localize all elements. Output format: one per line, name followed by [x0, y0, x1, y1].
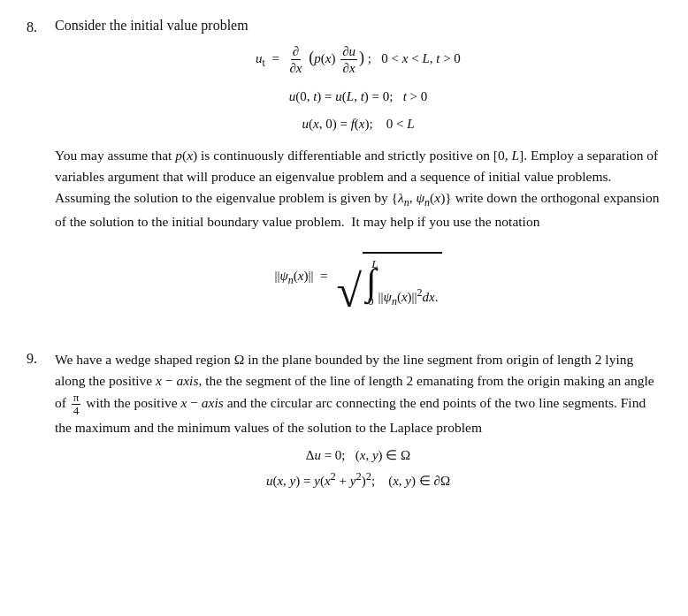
norm-left: ||ψn(x)|| = — [275, 269, 328, 287]
problem-8-ic: u(x, 0) = f(x); 0 < L — [55, 112, 661, 136]
problem-8-bc: u(0, t) = u(L, t) = 0; t > 0 — [55, 85, 661, 109]
norm-sqrt: √ L ∫ 0 ||ψn(x)||2dx. — [336, 248, 441, 308]
problem-9-number: 9. — [27, 349, 48, 367]
problem-9-eq2: u(x, y) = y(x2 + y2)2; (x, y) ∈ ∂Ω — [55, 470, 661, 489]
problem-8-content: Consider the initial value problem ut = … — [55, 18, 661, 324]
problem-8: 8. Consider the initial value problem ut… — [27, 18, 661, 324]
problem-8-number: 8. — [27, 18, 48, 35]
problem-9-body: We have a wedge shaped region Ω in the p… — [55, 349, 661, 439]
problem-9-content: We have a wedge shaped region Ω in the p… — [55, 349, 661, 497]
problem-8-body: You may assume that p(x) is continuously… — [55, 145, 661, 232]
problem-9: 9. We have a wedge shaped region Ω in th… — [27, 349, 661, 497]
problem-8-pde: ut = ∂ ∂x (p(x) ∂u ∂x ) ; 0 < x < L, t >… — [55, 41, 661, 76]
norm-equation: ||ψn(x)|| = √ L ∫ — [55, 248, 661, 308]
problem-9-eq1: Δu = 0; (x, y) ∈ Ω — [55, 447, 661, 463]
problem-8-intro: Consider the initial value problem — [55, 18, 248, 33]
